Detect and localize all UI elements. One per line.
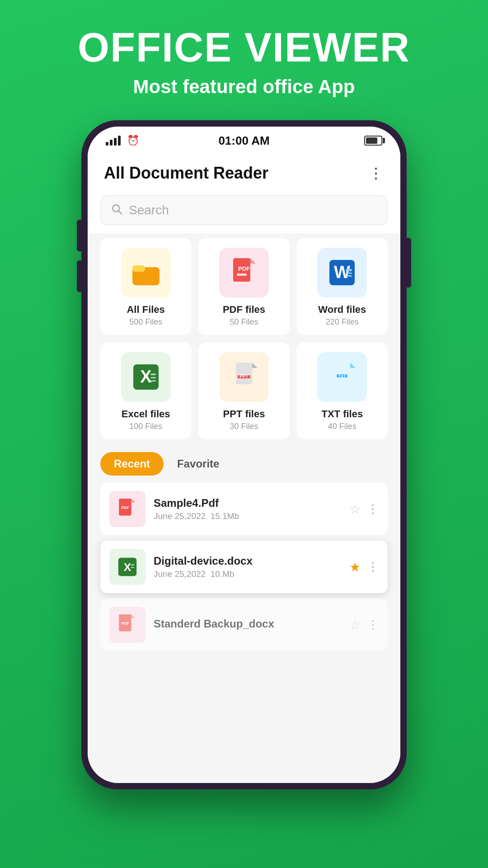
phone-shell: ⏰ 01:00 AM All Document Reader ⋮ bbox=[81, 120, 407, 789]
pdf-files-count: 50 Files bbox=[230, 317, 258, 327]
battery-fill bbox=[366, 137, 377, 144]
svg-marker-23 bbox=[350, 363, 356, 368]
svg-rect-15 bbox=[150, 373, 156, 375]
txt-files-count: 40 Files bbox=[328, 422, 357, 431]
volume-down-button bbox=[77, 260, 81, 292]
star-button[interactable]: ★ bbox=[349, 560, 361, 575]
svg-text:X: X bbox=[124, 561, 131, 573]
signal-icon bbox=[106, 136, 121, 146]
tabs-row: Recent Favorite bbox=[88, 444, 400, 480]
app-title: OFFICE VIEWER bbox=[78, 27, 410, 68]
status-time: 01:00 AM bbox=[218, 134, 269, 148]
txt-files-name: TXT files bbox=[321, 408, 363, 420]
ppt-files-name: PPT files bbox=[223, 408, 265, 420]
file-list-info: Sample4.Pdf June 25,2022 15.1Mb bbox=[154, 497, 349, 521]
svg-marker-5 bbox=[250, 258, 256, 264]
excel-files-icon-wrap: X bbox=[121, 352, 171, 402]
file-list-item[interactable]: PDF Standerd Backup_docx ☆ ⋮ bbox=[100, 599, 388, 651]
file-list-item[interactable]: X Digital-device.docx June 25,2022 10.Mb… bbox=[100, 541, 388, 593]
file-list-meta: June 25,2022 15.1Mb bbox=[154, 511, 349, 521]
more-options-button[interactable]: ⋮ bbox=[367, 560, 379, 574]
word-files-name: Word files bbox=[318, 304, 366, 316]
all-files-card[interactable]: All Files 500 Files bbox=[100, 238, 191, 335]
svg-text:X: X bbox=[140, 367, 152, 386]
svg-text:W: W bbox=[334, 263, 350, 282]
file-list-info: Digital-device.docx June 25,2022 10.Mb bbox=[154, 555, 349, 579]
svg-rect-11 bbox=[346, 273, 352, 274]
all-files-icon-wrap bbox=[121, 248, 171, 297]
svg-text:PPT: PPT bbox=[239, 374, 248, 379]
svg-text:PDF: PDF bbox=[238, 265, 250, 272]
app-subtitle: Most featured office App bbox=[133, 76, 355, 98]
tab-recent[interactable]: Recent bbox=[100, 452, 164, 476]
status-right bbox=[364, 136, 382, 146]
file-list-actions: ☆ ⋮ bbox=[349, 502, 379, 517]
file-list-actions: ★ ⋮ bbox=[349, 560, 379, 575]
star-button[interactable]: ☆ bbox=[349, 618, 361, 632]
battery-icon bbox=[364, 136, 382, 146]
svg-text:PDF: PDF bbox=[121, 505, 129, 510]
ppt-files-count: 30 Files bbox=[230, 422, 258, 431]
status-bar: ⏰ 01:00 AM bbox=[88, 127, 400, 151]
volume-up-button bbox=[77, 220, 81, 251]
app-content: All Document Reader ⋮ Search bbox=[88, 151, 400, 783]
word-files-icon-wrap: W bbox=[317, 248, 367, 297]
svg-rect-16 bbox=[150, 377, 156, 378]
svg-rect-22 bbox=[334, 363, 350, 384]
svg-marker-27 bbox=[131, 499, 136, 503]
all-files-count: 500 Files bbox=[129, 317, 162, 327]
svg-line-1 bbox=[119, 211, 122, 214]
svg-rect-10 bbox=[346, 269, 352, 271]
svg-marker-19 bbox=[252, 363, 258, 368]
file-list-info: Standerd Backup_docx bbox=[154, 618, 349, 632]
alarm-icon: ⏰ bbox=[127, 135, 139, 146]
pdf-files-name: PDF files bbox=[223, 304, 265, 316]
search-bar[interactable]: Search bbox=[100, 195, 388, 225]
pdf-files-card[interactable]: PDF PDF files 50 Files bbox=[198, 238, 289, 335]
search-placeholder: Search bbox=[129, 203, 169, 217]
ppt-files-card[interactable]: PPT PPT files 30 Files bbox=[198, 342, 289, 439]
svg-text:TXT: TXT bbox=[338, 374, 347, 378]
svg-rect-3 bbox=[132, 265, 145, 272]
tab-favorite[interactable]: Favorite bbox=[173, 452, 224, 476]
power-button bbox=[407, 238, 411, 288]
all-files-name: All Files bbox=[127, 304, 164, 316]
file-grid: All Files 500 Files PDF PDF files 5 bbox=[88, 233, 400, 444]
more-options-button[interactable]: ⋮ bbox=[367, 618, 379, 632]
file-list-pdf-icon: PDF bbox=[109, 491, 145, 527]
status-left: ⏰ bbox=[106, 135, 139, 146]
excel-files-count: 100 Files bbox=[129, 422, 162, 431]
more-options-button[interactable]: ⋮ bbox=[367, 502, 379, 516]
pdf-files-icon-wrap: PDF bbox=[219, 248, 269, 297]
app-header-title: All Document Reader bbox=[104, 164, 268, 183]
file-list-item[interactable]: PDF Sample4.Pdf June 25,2022 15.1Mb ☆ ⋮ bbox=[100, 483, 388, 535]
txt-files-card[interactable]: TXT TXT files 40 Files bbox=[297, 342, 388, 439]
svg-rect-32 bbox=[131, 567, 134, 568]
word-files-card[interactable]: W Word files 220 Files bbox=[297, 238, 388, 335]
svg-rect-18 bbox=[236, 363, 252, 384]
file-list-name: Sample4.Pdf bbox=[154, 497, 349, 509]
svg-rect-12 bbox=[346, 275, 352, 277]
signal-bar-3 bbox=[114, 138, 117, 146]
file-list-pdf-icon-2: PDF bbox=[109, 607, 145, 643]
more-menu-button[interactable]: ⋮ bbox=[369, 165, 384, 182]
search-icon bbox=[111, 203, 122, 217]
signal-bar-1 bbox=[106, 142, 108, 146]
file-list-name: Digital-device.docx bbox=[154, 555, 349, 567]
file-list-actions: ☆ ⋮ bbox=[349, 618, 379, 632]
svg-rect-31 bbox=[131, 564, 134, 566]
app-header: All Document Reader ⋮ bbox=[88, 151, 400, 191]
ppt-files-icon-wrap: PPT bbox=[219, 352, 269, 402]
svg-rect-6 bbox=[237, 274, 247, 276]
file-list: PDF Sample4.Pdf June 25,2022 15.1Mb ☆ ⋮ bbox=[88, 480, 400, 783]
search-container: Search bbox=[88, 191, 400, 233]
svg-marker-34 bbox=[131, 614, 136, 618]
svg-rect-17 bbox=[150, 380, 156, 382]
signal-bar-2 bbox=[110, 140, 113, 146]
svg-text:PDF: PDF bbox=[121, 621, 129, 626]
phone-screen: ⏰ 01:00 AM All Document Reader ⋮ bbox=[88, 127, 400, 783]
file-list-name: Standerd Backup_docx bbox=[154, 618, 349, 630]
excel-files-card[interactable]: X Excel files 100 Files bbox=[100, 342, 191, 439]
star-button[interactable]: ☆ bbox=[349, 502, 361, 517]
word-files-count: 220 Files bbox=[326, 317, 359, 327]
